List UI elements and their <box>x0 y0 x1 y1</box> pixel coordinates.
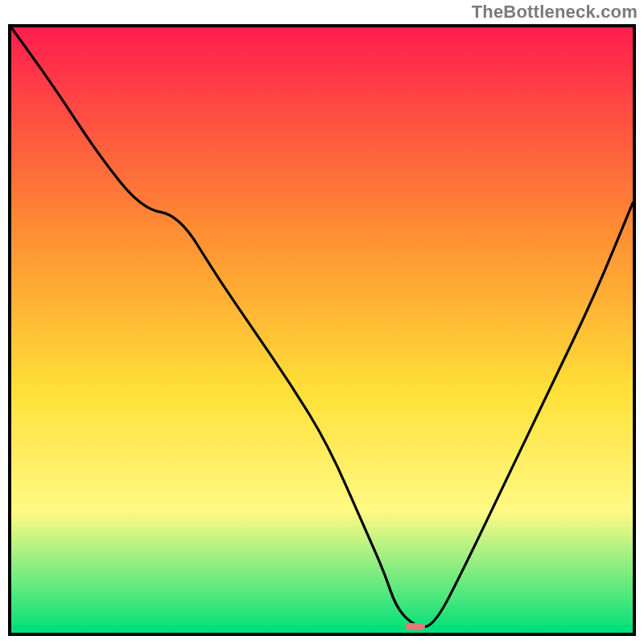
plot-background <box>11 27 633 633</box>
watermark-label: TheBottleneck.com <box>472 2 638 23</box>
green-band <box>11 625 633 633</box>
minimum-marker <box>405 623 425 630</box>
chart-container: TheBottleneck.com <box>0 0 644 644</box>
bottleneck-chart-svg <box>0 0 644 644</box>
